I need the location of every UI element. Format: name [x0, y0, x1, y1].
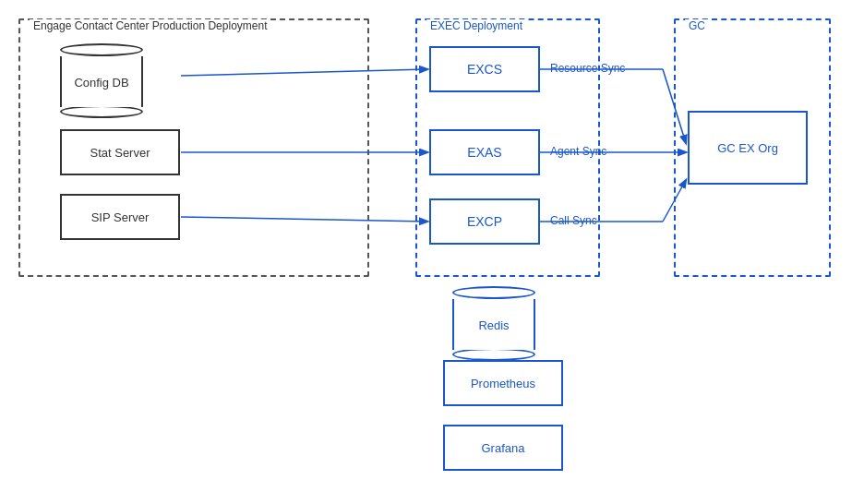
grafana-label: Grafana: [482, 441, 525, 455]
redis-bottom: [452, 348, 535, 361]
prometheus-label: Prometheus: [471, 377, 535, 390]
resource-sync-label: Resource Sync: [550, 62, 625, 75]
exec-label: EXEC Deployment: [426, 19, 526, 32]
gc-ex-org: GC EX Org: [688, 111, 808, 185]
agent-sync-label: Agent Sync: [550, 145, 606, 158]
cylinder-top: [60, 43, 143, 56]
redis-body: Redis: [452, 299, 535, 350]
grafana-box: Grafana: [443, 425, 563, 471]
exas-box: EXAS: [429, 129, 540, 175]
excs-label: EXCS: [467, 62, 502, 77]
sip-server: SIP Server: [60, 194, 180, 240]
stat-server-label: Stat Server: [90, 146, 150, 160]
config-db-label: Config DB: [74, 75, 128, 89]
config-db: Config DB: [60, 43, 143, 118]
call-sync-label: Call Sync: [550, 214, 597, 227]
cylinder-body: Config DB: [60, 56, 143, 107]
gc-label: GC: [685, 19, 709, 32]
stat-server: Stat Server: [60, 129, 180, 175]
excp-label: EXCP: [467, 214, 502, 229]
prometheus-box: Prometheus: [443, 360, 563, 406]
sip-server-label: SIP Server: [91, 210, 150, 224]
diagram: Engage Contact Center Production Deploym…: [0, 0, 864, 504]
gc-ex-org-label: GC EX Org: [717, 141, 778, 155]
excs-box: EXCS: [429, 46, 540, 92]
redis-top: [452, 286, 535, 299]
redis: Redis: [452, 286, 535, 361]
cylinder-bottom: [60, 105, 143, 118]
engage-label: Engage Contact Center Production Deploym…: [30, 19, 270, 32]
redis-label: Redis: [478, 318, 509, 331]
exas-label: EXAS: [467, 145, 501, 160]
excp-box: EXCP: [429, 198, 540, 245]
